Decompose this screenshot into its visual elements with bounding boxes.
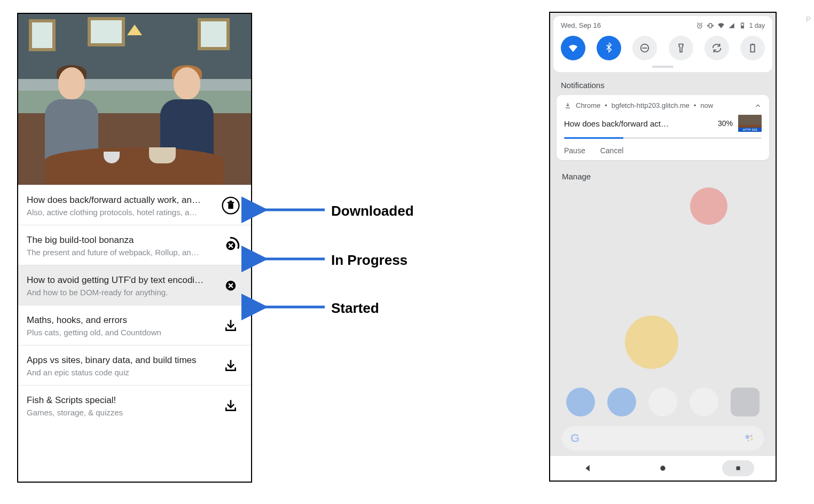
legend-started: Started [331, 300, 379, 317]
battery-saver-toggle[interactable] [740, 36, 765, 60]
table-illustration [45, 147, 224, 185]
drag-handle[interactable] [652, 66, 674, 68]
notification-app: Chrome [576, 101, 600, 109]
svg-rect-1 [228, 203, 233, 209]
download-button[interactable] [219, 394, 242, 418]
alarm-icon [696, 22, 703, 29]
notifications-section-label: Notifications [561, 81, 765, 90]
legend-in-progress: In Progress [331, 252, 408, 269]
svg-point-21 [748, 440, 749, 442]
episode-title: Maths, hooks, and errors [27, 315, 214, 326]
svg-rect-2 [228, 202, 234, 203]
arrow-icon [256, 251, 326, 267]
notification-percent: 30% [718, 119, 733, 128]
episode-title: Fish & Scripts special! [27, 395, 214, 406]
home-button[interactable] [647, 460, 679, 476]
cancel-icon [222, 277, 240, 295]
notification-shade-phone: Wed, Sep 16 1 day Notifications Chrome [549, 12, 777, 482]
episode-subtitle: Also, active clothing protocols, hotel r… [27, 208, 214, 217]
download-button[interactable] [219, 354, 242, 377]
wall-picture [198, 18, 230, 50]
episode-subtitle: And an epic status code quiz [27, 368, 214, 377]
triangle-back-icon [583, 463, 592, 473]
assistant-icon[interactable] [743, 432, 755, 444]
pause-button[interactable]: Pause [564, 146, 585, 155]
hero-image [18, 14, 251, 185]
episode-title: Apps vs sites, binary data, and build ti… [27, 355, 214, 366]
svg-rect-12 [741, 22, 742, 23]
messages-app-icon[interactable] [607, 388, 636, 416]
cancel-download-button[interactable] [219, 274, 242, 297]
svg-rect-17 [752, 44, 754, 45]
square-recents-icon [734, 464, 742, 472]
phone-app-icon[interactable] [566, 388, 595, 416]
episode-list: How does back/forward actually work, an…… [18, 185, 251, 482]
google-logo-icon: G [570, 431, 580, 445]
flashlight-icon [675, 42, 687, 54]
status-date: Wed, Sep 16 [561, 21, 601, 29]
camera-app-icon[interactable] [731, 388, 760, 416]
rotate-icon [711, 42, 723, 54]
list-item[interactable]: Maths, hooks, and errors Plus cats, gett… [18, 305, 251, 345]
bluetooth-icon [603, 42, 615, 54]
svg-point-18 [746, 435, 749, 439]
wifi-toggle[interactable] [561, 36, 585, 60]
app-dock [550, 388, 776, 416]
svg-point-20 [750, 438, 753, 441]
cancel-button[interactable]: Cancel [600, 146, 624, 155]
back-button[interactable] [572, 460, 604, 476]
wall-picture [88, 17, 125, 46]
svg-rect-3 [230, 201, 232, 202]
dnd-toggle[interactable] [632, 36, 657, 60]
battery-icon [739, 22, 746, 29]
wifi-icon [717, 22, 725, 29]
progress-bar [564, 137, 623, 139]
status-icons: 1 day [696, 22, 765, 29]
cup-illustration [149, 147, 176, 163]
battery-icon [747, 42, 758, 54]
manage-notifications-button[interactable]: Manage [562, 172, 764, 181]
download-button[interactable] [219, 314, 242, 337]
svg-rect-23 [736, 467, 740, 470]
autorotate-toggle[interactable] [705, 36, 729, 60]
episode-subtitle: Games, storage, & quizzes [27, 408, 214, 417]
notification-thumbnail: HTTP 203 [738, 115, 762, 132]
circle-home-icon [659, 464, 667, 472]
thumbnail-label: HTTP 203 [738, 128, 762, 132]
arrow-icon [256, 202, 326, 218]
download-icon [224, 399, 238, 413]
system-nav-bar [550, 456, 776, 481]
list-item[interactable]: How does back/forward actually work, an…… [18, 185, 251, 225]
delete-download-button[interactable] [219, 194, 242, 217]
wall-picture [29, 19, 56, 51]
list-item[interactable]: Apps vs sites, binary data, and build ti… [18, 345, 251, 385]
recents-button[interactable] [722, 460, 754, 476]
download-icon [564, 102, 572, 109]
download-notification[interactable]: Chrome • bgfetch-http203.glitch.me • now… [557, 95, 769, 160]
svg-point-19 [750, 435, 753, 437]
legend-downloaded: Downloaded [331, 203, 414, 219]
play-store-app-icon[interactable] [648, 388, 677, 416]
google-search-bar[interactable]: G [562, 426, 764, 451]
episode-title: How to avoid getting UTF'd by text encod… [27, 275, 214, 286]
svg-point-22 [660, 466, 665, 470]
lamp-icon [127, 25, 142, 35]
wallpaper-shape [625, 316, 678, 369]
list-item[interactable]: The big build-tool bonanza The present a… [18, 225, 251, 265]
vibrate-icon [707, 22, 714, 29]
arrow-icon [256, 299, 326, 315]
wallpaper-shape [690, 187, 727, 225]
list-item[interactable]: Fish & Scripts special! Games, storage, … [18, 385, 251, 425]
svg-rect-13 [741, 26, 743, 28]
svg-rect-16 [750, 45, 754, 52]
chrome-app-icon[interactable] [690, 388, 718, 416]
cancel-download-button[interactable] [219, 234, 242, 257]
episode-title: The big build-tool bonanza [27, 235, 214, 246]
bluetooth-toggle[interactable] [597, 36, 621, 60]
notification-title: How does back/forward act… [564, 119, 713, 128]
quick-settings-panel: Wed, Sep 16 1 day [553, 16, 772, 72]
notification-source: bgfetch-http203.glitch.me [612, 101, 690, 109]
chevron-up-icon[interactable] [754, 102, 762, 109]
flashlight-toggle[interactable] [669, 36, 693, 60]
list-item[interactable]: How to avoid getting UTF'd by text encod… [18, 265, 251, 305]
